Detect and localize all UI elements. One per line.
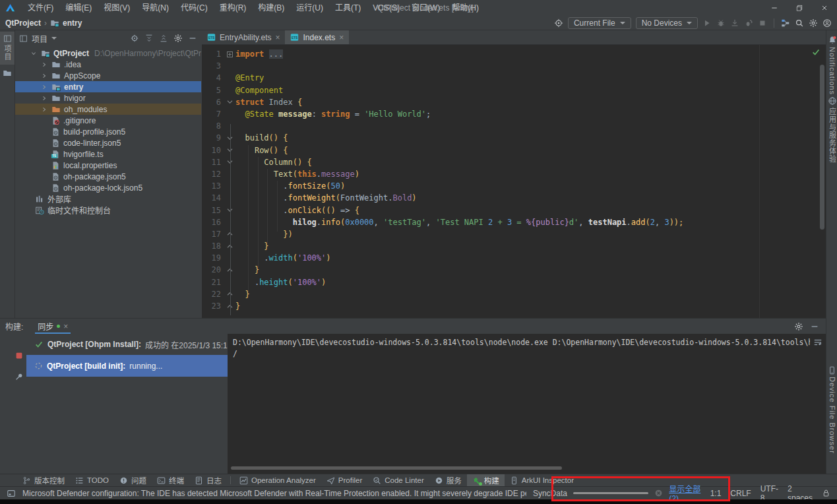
device-dropdown[interactable]: No Devices bbox=[636, 17, 698, 29]
code-line-5[interactable]: 5@Component bbox=[202, 84, 826, 96]
tree-item-10-local.properties[interactable]: local.properties bbox=[15, 160, 201, 171]
settings-button[interactable] bbox=[809, 18, 818, 28]
tab-close-icon[interactable]: × bbox=[339, 34, 344, 42]
tree-item-7-build-profile.json5[interactable]: build-profile.json5 bbox=[15, 126, 201, 137]
line-separator[interactable]: CRLF bbox=[730, 489, 751, 498]
tool-window-button--[interactable]: 日志 bbox=[189, 474, 227, 487]
code-line-7[interactable]: 7 @State message: string = 'Hello World'… bbox=[202, 108, 826, 120]
chevron-right-icon[interactable] bbox=[40, 83, 48, 91]
code-line-11[interactable]: 11 Column() { bbox=[202, 156, 826, 168]
caret-position[interactable]: 1:1 bbox=[710, 489, 722, 498]
breadcrumb-project[interactable]: QtProject bbox=[5, 18, 41, 28]
build-task-row-0[interactable]: QtProject [Ohpm Install]: 成功的 在2025/1/3 … bbox=[26, 336, 228, 352]
select-opened-file-icon[interactable] bbox=[130, 34, 139, 43]
hide-build-panel-icon[interactable] bbox=[810, 322, 819, 331]
code-line-13[interactable]: 13 .fontSize(50) bbox=[202, 180, 826, 192]
tab-index-ets[interactable]: ETS Index.ets × bbox=[285, 30, 349, 44]
code-line-6[interactable]: 6struct Index { bbox=[202, 96, 826, 108]
favorites-folder-icon[interactable] bbox=[3, 69, 12, 78]
tree-item-0-qtproject[interactable]: QtProjectD:\OpenHarmony\Project\QtProjec… bbox=[15, 47, 201, 59]
search-everywhere-button[interactable] bbox=[795, 18, 804, 28]
code-line-12[interactable]: 12 Text(this.message) bbox=[202, 168, 826, 180]
tree-item-14-[interactable]: 临时文件和控制台 bbox=[15, 205, 201, 216]
tool-window-button--[interactable]: 终端 bbox=[152, 474, 189, 487]
close-button[interactable] bbox=[812, 0, 837, 16]
tree-item-11-oh-package.json5[interactable]: oh-package.json5 bbox=[15, 171, 201, 182]
console-horizontal-scrollbar[interactable] bbox=[231, 466, 562, 470]
tree-item-1-.idea[interactable]: .idea bbox=[15, 59, 201, 70]
tool-window-button-profiler[interactable]: Profiler bbox=[321, 474, 367, 487]
sidebar-tab-project[interactable]: 项目 bbox=[0, 32, 15, 65]
build-console[interactable]: D:\OpenHarmony\IDE\devecostudio-windows-… bbox=[228, 334, 826, 474]
menu-item-6[interactable]: 构建(B) bbox=[252, 0, 290, 16]
menu-item-3[interactable]: 导航(N) bbox=[136, 0, 175, 16]
attach-debugger-button[interactable] bbox=[730, 18, 739, 28]
tool-window-button--[interactable]: 版本控制 bbox=[17, 474, 70, 487]
tool-window-button--[interactable]: 构建 bbox=[467, 474, 505, 487]
soft-wrap-icon[interactable] bbox=[813, 338, 822, 347]
pin-tab-icon[interactable] bbox=[15, 372, 24, 381]
code-line-14[interactable]: 14 .fontWeight(FontWeight.Bold) bbox=[202, 192, 826, 204]
hide-panel-icon[interactable] bbox=[188, 34, 197, 43]
chevron-right-icon[interactable] bbox=[40, 61, 48, 69]
tree-item-8-code-linter.json5[interactable]: code-linter.json5 bbox=[15, 137, 201, 148]
fold-marker-icon[interactable] bbox=[224, 100, 235, 104]
expand-all-icon[interactable] bbox=[144, 34, 154, 43]
read-only-lock-icon[interactable] bbox=[822, 489, 830, 497]
tool-window-button-operation-analyzer[interactable]: Operation Analyzer bbox=[234, 474, 321, 487]
editor-scrollbar[interactable] bbox=[820, 65, 824, 230]
code-line-22[interactable]: 22 } bbox=[202, 288, 826, 300]
account-avatar-button[interactable] bbox=[822, 18, 832, 28]
code-line-17[interactable]: 17 }) bbox=[202, 228, 826, 240]
panel-settings-icon[interactable] bbox=[173, 34, 183, 43]
build-settings-icon[interactable] bbox=[794, 322, 803, 331]
chevron-right-icon[interactable] bbox=[40, 106, 48, 113]
device-manager-icon[interactable] bbox=[554, 18, 563, 28]
tool-window-button--[interactable]: 问题 bbox=[114, 474, 152, 487]
tree-item-2-appscope[interactable]: AppScope bbox=[15, 70, 201, 81]
sidebar-tab-app-service[interactable]: 应用与服务体验 bbox=[826, 96, 837, 163]
cancel-progress-icon[interactable] bbox=[654, 489, 663, 497]
code-line-21[interactable]: 21 .height('100%') bbox=[202, 276, 826, 288]
code-line-20[interactable]: 20 } bbox=[202, 264, 826, 276]
sidebar-tab-notifications[interactable]: Notifications bbox=[826, 36, 837, 95]
code-line-19[interactable]: 19 .width('100%') bbox=[202, 252, 826, 264]
fold-marker-icon[interactable] bbox=[224, 51, 235, 57]
code-line-16[interactable]: 16 hilog.info(0x0000, 'testTag', 'Test N… bbox=[202, 216, 826, 228]
debug-button[interactable] bbox=[716, 18, 726, 28]
restart-debug-button[interactable] bbox=[744, 18, 753, 28]
run-configuration-dropdown[interactable]: Current File bbox=[568, 17, 631, 29]
chevron-down-icon[interactable] bbox=[51, 37, 57, 40]
tool-window-toggle-icon[interactable] bbox=[7, 489, 16, 498]
tool-window-button-code-linter[interactable]: Code Linter bbox=[367, 474, 429, 487]
stop-button[interactable] bbox=[758, 18, 767, 28]
tree-item-13-[interactable]: 外部库 bbox=[15, 193, 201, 205]
tool-window-button--[interactable]: 服务 bbox=[429, 474, 467, 487]
tab-sync[interactable]: 同步 × bbox=[35, 319, 71, 334]
menu-item-5[interactable]: 重构(R) bbox=[214, 0, 253, 16]
run-button[interactable] bbox=[702, 18, 712, 28]
menu-item-8[interactable]: 工具(T) bbox=[329, 0, 367, 16]
code-line-10[interactable]: 10 Row() { bbox=[202, 144, 826, 156]
code-line-8[interactable]: 8 bbox=[202, 120, 826, 132]
status-message[interactable]: Microsoft Defender configuration: The ID… bbox=[22, 489, 526, 498]
collapse-all-icon[interactable] bbox=[159, 34, 168, 43]
chevron-right-icon[interactable] bbox=[40, 72, 48, 80]
build-task-row-1[interactable]: QtProject [build init]: running... bbox=[26, 355, 228, 377]
menu-item-2[interactable]: 视图(V) bbox=[98, 0, 136, 16]
tree-item-4-hvigor[interactable]: hvigor bbox=[15, 92, 201, 104]
menu-item-7[interactable]: 运行(U) bbox=[290, 0, 329, 16]
tab-close-icon[interactable]: × bbox=[63, 323, 68, 331]
minimize-button[interactable] bbox=[762, 0, 787, 16]
code-line-15[interactable]: 15 .onClick(() => { bbox=[202, 204, 826, 216]
inspections-ok-icon[interactable] bbox=[811, 47, 821, 57]
menu-item-0[interactable]: 文件(F) bbox=[22, 0, 59, 16]
restore-button[interactable] bbox=[787, 0, 812, 16]
breadcrumb-module[interactable]: entry bbox=[63, 18, 82, 28]
chevron-down-icon[interactable] bbox=[30, 49, 38, 57]
code-line-3[interactable]: 3 bbox=[202, 60, 826, 72]
tree-item-5-ohmodules[interactable]: oh_modules bbox=[15, 104, 201, 115]
breadcrumb[interactable]: QtProject › entry bbox=[5, 18, 82, 28]
tool-window-button-todo[interactable]: TODO bbox=[70, 474, 114, 487]
menu-item-4[interactable]: 代码(C) bbox=[175, 0, 214, 16]
